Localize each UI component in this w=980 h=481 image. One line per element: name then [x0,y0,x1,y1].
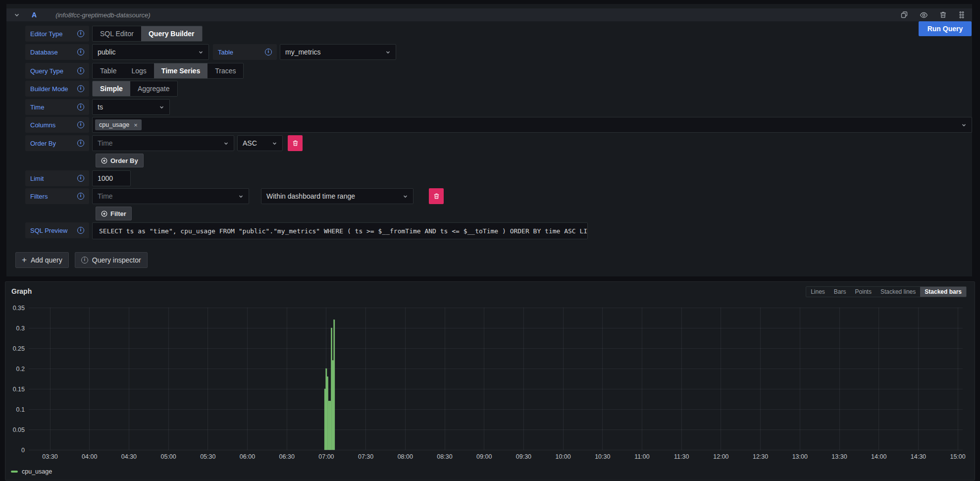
chevron-down-icon [272,141,277,146]
chevron-down-icon [403,194,408,199]
time-column-select[interactable]: ts [92,99,170,115]
legend-item-cpu-usage[interactable]: cpu_usage [11,468,52,475]
query-header[interactable]: A (info8fcc-greptimedb-datasource) [6,8,972,21]
order-by-field-select[interactable]: Time [92,135,234,151]
query-type-time-series[interactable]: Time Series [154,63,207,78]
filter-condition-select[interactable]: Within dashboard time range [261,188,413,204]
grafana-edit-view: A (info8fcc-greptimedb-datasource) Run Q… [0,0,980,481]
drag-handle-icon[interactable] [958,11,965,19]
info-icon[interactable]: i [77,30,84,37]
add-order-by-button[interactable]: Order By [96,154,144,167]
mode-stacked-bars[interactable]: Stacked bars [920,287,966,297]
query-type-traces[interactable]: Traces [207,63,243,78]
columns-label: Columnsi [25,117,89,133]
bar-cpu_usage[interactable] [332,361,333,450]
y-axis-tick-label: 0.15 [13,386,25,393]
query-inspector-button[interactable]: i Query inspector [75,252,148,268]
y-axis-tick-label: 0.25 [13,345,25,352]
graph-panel-title: Graph [11,287,32,295]
database-select[interactable]: public [92,44,209,60]
bar-cpu_usage[interactable] [328,401,329,450]
chevron-down-icon [961,122,967,128]
chevron-down-icon [198,50,204,55]
order-by-direction-select[interactable]: ASC [237,135,283,151]
y-axis-tick-label: 0.05 [13,427,25,433]
info-icon[interactable]: i [77,121,84,128]
y-axis-tick-label: 0.2 [16,366,25,373]
x-axis-tick-label: 11:30 [674,453,689,460]
x-axis-tick-label: 12:00 [713,453,728,460]
query-type-toggle: Table Logs Time Series Traces [92,63,244,79]
bar-cpu_usage[interactable] [327,376,328,450]
info-icon[interactable]: i [77,193,84,200]
info-icon[interactable]: i [77,175,84,182]
limit-input[interactable] [92,170,131,186]
builder-mode-label: Builder Modei [25,81,89,97]
mode-bars[interactable]: Bars [829,287,851,297]
x-axis-tick-label: 12:30 [753,453,768,460]
x-axis-tick-label: 15:00 [950,453,965,460]
x-axis-tick-label: 13:00 [792,453,808,460]
filter-field-select[interactable]: Time [92,188,249,204]
run-query-button[interactable]: Run Query [919,21,972,36]
query-type-table[interactable]: Table [93,63,124,78]
remove-order-by-button[interactable] [288,135,303,151]
query-type-logs[interactable]: Logs [124,63,154,78]
bar-cpu_usage[interactable] [334,320,335,450]
trash-icon [292,140,299,147]
y-axis-tick-label: 0.35 [13,305,25,312]
x-axis-tick-label: 04:30 [121,453,137,460]
x-axis-tick-label: 14:30 [911,453,926,460]
y-axis-tick-label: 0.3 [16,325,25,332]
info-icon[interactable]: i [77,67,84,74]
info-icon[interactable]: i [77,49,84,55]
duplicate-icon[interactable] [900,11,908,19]
table-select[interactable]: my_metrics [280,44,396,60]
remove-filter-button[interactable] [429,188,444,204]
mode-lines[interactable]: Lines [806,287,829,297]
mode-points[interactable]: Points [851,287,876,297]
builder-mode-aggregate[interactable]: Aggregate [130,81,177,96]
editor-type-sql-editor[interactable]: SQL Editor [93,26,141,41]
editor-type-query-builder[interactable]: Query Builder [141,26,202,41]
y-axis-tick-label: 0.1 [16,406,25,413]
chevron-down-icon [385,50,391,55]
columns-multiselect[interactable]: cpu_usage× [92,117,972,133]
chevron-down-icon [159,105,164,110]
bar-cpu_usage[interactable] [324,389,325,450]
info-icon[interactable]: i [77,140,84,147]
trash-icon [433,193,440,200]
eye-icon[interactable] [920,11,928,19]
info-icon[interactable]: i [265,49,272,55]
editor-type-toggle: SQL Editor Query Builder [92,26,203,42]
info-icon[interactable]: i [77,227,84,234]
x-axis-tick-label: 10:00 [555,453,570,460]
time-series-chart[interactable]: 00.050.10.150.20.250.30.3503:3004:0004:3… [5,282,975,480]
x-axis-tick-label: 13:30 [831,453,847,460]
bar-cpu_usage[interactable] [326,369,327,450]
x-axis-tick-label: 08:00 [398,453,413,460]
column-chip-cpu-usage[interactable]: cpu_usage× [95,119,142,130]
collapse-chevron-icon[interactable] [13,11,20,18]
time-label: Timei [25,99,89,115]
query-editor-panel: A (info8fcc-greptimedb-datasource) Run Q… [6,4,972,276]
trash-icon[interactable] [939,11,947,19]
editor-type-label: Editor Typei [25,26,89,42]
x-axis-tick-label: 05:00 [160,453,176,460]
mode-stacked-lines[interactable]: Stacked lines [876,287,920,297]
sql-preview-text: SELECT ts as "time", cpu_usage FROM "pub… [92,222,588,239]
plus-circle-icon [101,211,107,217]
bar-cpu_usage[interactable] [331,328,332,450]
info-icon[interactable]: i [77,85,84,92]
add-filter-button[interactable]: Filter [96,207,132,220]
remove-chip-icon[interactable]: × [134,121,138,129]
add-query-button[interactable]: + Add query [15,252,69,268]
x-axis-tick-label: 11:00 [634,453,649,460]
plus-circle-icon [101,158,107,164]
builder-mode-simple[interactable]: Simple [93,81,130,96]
x-axis-tick-label: 08:30 [437,453,452,460]
bar-cpu_usage[interactable] [330,401,331,450]
info-icon[interactable]: i [77,104,84,110]
x-axis-tick-label: 06:00 [240,453,255,460]
x-axis-tick-label: 07:30 [358,453,373,460]
